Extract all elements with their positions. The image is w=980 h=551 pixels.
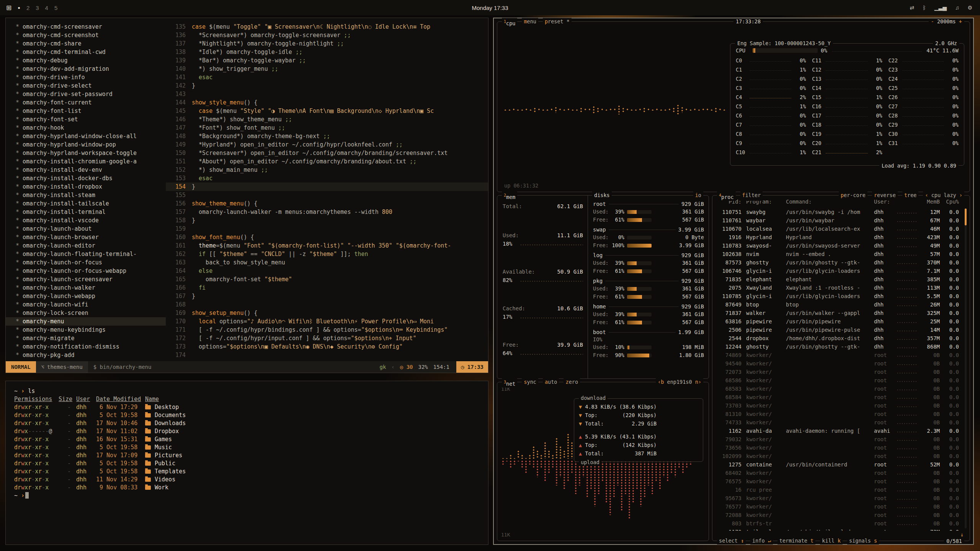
process-row[interactable]: 71835elephantelephantdhh385M0.0 (718, 275, 959, 284)
process-row[interactable]: 68583kworker/root0B0.0 (718, 385, 959, 393)
menu-button[interactable]: menu (522, 18, 538, 27)
sync-button[interactable]: sync (522, 378, 538, 388)
explorer-item[interactable]: *omarchy-launch-editor (6, 241, 166, 250)
process-row[interactable]: 71837walker/usr/bin/walker --gappldhh325… (718, 309, 959, 317)
proc-footer-button[interactable]: select ↕ (717, 537, 746, 544)
process-row[interactable]: 81310kworker/root0B0.0 (718, 410, 959, 418)
process-row[interactable]: 95673kworker/root0B0.0 (718, 494, 959, 502)
explorer-item[interactable]: *omarchy-menu-keybindings (6, 326, 166, 334)
explorer-item[interactable]: *omarchy-drive-select (6, 82, 166, 90)
explorer-item[interactable]: *omarchy-drive-info (6, 73, 166, 82)
proc-scrollbar[interactable] (965, 209, 967, 528)
explorer-item[interactable]: *omarchy-install-chromium-google-a (6, 157, 166, 166)
explorer-item[interactable]: *omarchy-launch-wifi (6, 300, 166, 309)
file-row[interactable]: drwx------@-dhh17 Nov 11:02Dropbox (14, 427, 480, 435)
proc-footer-button[interactable]: signals s (847, 537, 879, 544)
process-row[interactable]: 2506pipewire/usr/bin/pipewire-pulsedhh14… (718, 326, 959, 334)
process-row[interactable]: 73703kworker/root0B0.0 (718, 401, 959, 410)
explorer-item[interactable]: *omarchy-install-dev-env (6, 166, 166, 174)
file-row[interactable]: drwxr-xr-x-dhh 6 Nov 17:29Desktop (14, 403, 480, 411)
interval-control[interactable]: - 2000ms + (929, 18, 964, 24)
explorer-item[interactable]: *omarchy-install-steam (6, 191, 166, 199)
explorer-item[interactable]: *omarchy-lock-screen (6, 309, 166, 317)
prompt-line[interactable]: ~ › (14, 492, 480, 500)
process-row[interactable]: 74869kworker/root0B0.0 (718, 351, 959, 359)
file-row[interactable]: drwxr-xr-x-dhh11 Nov 14:29Videos (14, 476, 480, 484)
explorer-item[interactable]: *omarchy-migrate (6, 334, 166, 342)
file-row[interactable]: drwxr-xr-x-dhh 5 Oct 19:58Templates (14, 468, 480, 476)
explorer-item[interactable]: *omarchy-font-list (6, 107, 166, 115)
explorer-item[interactable]: *omarchy-cmd-terminal-cwd (6, 48, 166, 56)
process-row[interactable]: 1162avahi-daavahi-daemon: running [avahi… (718, 427, 959, 435)
process-row[interactable]: 79032kworker/root0B0.0 (718, 435, 959, 443)
explorer-item[interactable]: *omarchy-font-current (6, 98, 166, 107)
explorer-item[interactable]: *omarchy-launch-webapp (6, 292, 166, 300)
file-row[interactable]: drwxr-xr-x-dhh 5 Oct 19:58Documents (14, 411, 480, 419)
explorer-item[interactable]: *omarchy-launch-walker (6, 284, 166, 292)
file-row[interactable]: drwxr-xr-x-dhh17 Nov 17:09Pictures (14, 452, 480, 460)
bluetooth-icon[interactable]: ᛒ (923, 5, 926, 11)
explorer-item[interactable]: *omarchy-launch-about (6, 225, 166, 233)
explorer-item[interactable]: *omarchy-cmd-screenshot (6, 31, 166, 39)
process-row[interactable]: 12244ghostty/usr/bin/ghostty --gtk-dhh86… (718, 342, 959, 351)
git-branch[interactable]: ⌥themes-menu (36, 361, 88, 373)
io-mode-button[interactable]: io (693, 192, 703, 199)
explorer-item[interactable]: *omarchy-drive-set-password (6, 90, 166, 98)
tree-button[interactable]: tree (902, 192, 919, 199)
explorer-item[interactable]: *omarchy-dev-add-migration (6, 65, 166, 73)
process-row[interactable]: 76575kworker/root0B0.0 (718, 477, 959, 486)
process-row[interactable]: 76577kworker/root0B0.0 (718, 502, 959, 511)
file-row[interactable]: drwxr-xr-x-dhh 9 Nov 08:33Work (14, 484, 480, 492)
file-row[interactable]: drwxr-xr-x-dhh 5 Oct 19:58Public (14, 460, 480, 468)
reverse-button[interactable]: reverse (872, 192, 898, 199)
explorer-item[interactable]: *omarchy-debug (6, 56, 166, 65)
explorer-item[interactable]: *omarchy-pkg-add (6, 351, 166, 359)
file-row[interactable]: drwxr-xr-x-dhh16 Nov 15:31Games (14, 435, 480, 443)
process-row[interactable]: 1916HyprlandHyprlanddhh423M0.0 (718, 233, 959, 241)
process-row[interactable]: 1275containe/usr/bin/containerdroot52M0.… (718, 460, 959, 469)
explorer-item[interactable]: *omarchy-cmd-share (6, 39, 166, 48)
process-row[interactable]: 72088kworker/root0B0.0 (718, 511, 959, 519)
process-row[interactable]: 102099kworker/root0B0.0 (718, 452, 959, 460)
process-row[interactable]: 16rcu_preeroot0B0.0 (718, 486, 959, 494)
workspace-4[interactable]: 4 (45, 5, 48, 11)
explorer-item[interactable]: *omarchy-hyprland-workspace-toggle (6, 149, 166, 157)
settings-icon[interactable]: ⚙ (967, 5, 972, 11)
process-row[interactable]: 72073kworker/root0B0.0 (718, 368, 959, 376)
explorer-item[interactable]: *omarchy-hyprland-window-close-all (6, 132, 166, 140)
explorer-item[interactable]: *omarchy-install-docker-dbs (6, 174, 166, 183)
process-row[interactable]: 2544dropbox/home/dhh/.dropbox-distdhh357… (718, 334, 959, 342)
stats-icon[interactable]: ▁▃▅ (934, 5, 947, 11)
explorer-item[interactable]: *omarchy-launch-screensaver (6, 275, 166, 284)
clock[interactable]: Monday 17:33 (472, 5, 508, 11)
per-core-button[interactable]: per-core (839, 192, 867, 199)
process-row[interactable]: 102638nvimnvim --embed .dhh57M0.0 (718, 250, 959, 258)
scroll-down-icon[interactable]: ↓ (960, 531, 964, 538)
explorer-item[interactable]: *omarchy-install-terminal (6, 208, 166, 216)
proc-panel-title[interactable]: 4proc (717, 192, 736, 201)
process-row[interactable]: 803btrfs-trroot0B0.0 (718, 519, 959, 528)
process-row[interactable]: 2075XwaylandXwayland :1 -rootless -dhh11… (718, 284, 959, 292)
workspace-2[interactable]: 2 (26, 5, 29, 11)
process-row[interactable]: 110761waybar/usr/bin/waybardhh67M0.0 (718, 216, 959, 225)
process-row[interactable]: 63816pipewire/usr/bin/pipewiredhh25M0.0 (718, 317, 959, 326)
process-row[interactable]: 87573ghostty/usr/bin/ghostty --gtk-dhh37… (718, 258, 959, 267)
explorer-item[interactable]: *omarchy-launch-or-focus (6, 258, 166, 267)
mem-panel-title[interactable]: 2mem (502, 192, 517, 201)
sort-selector[interactable]: ‹ cpu lazy › (923, 192, 964, 199)
workspace-5[interactable]: 5 (54, 5, 57, 11)
preset-button[interactable]: preset * (543, 18, 572, 27)
explorer-item[interactable]: *omarchy-menu (6, 317, 166, 326)
process-row[interactable]: 74733kworker/root0B0.0 (718, 418, 959, 427)
proc-footer-button[interactable]: kill k (820, 537, 843, 544)
code-editor[interactable]: 135case $(menu "Toggle" "▣ Screensaver\n… (166, 18, 488, 361)
proc-footer-button[interactable]: terminate t (777, 537, 815, 544)
process-row[interactable]: 68586kworker/root0B0.0 (718, 376, 959, 385)
explorer-item[interactable]: *omarchy-hyprland-window-pop (6, 140, 166, 149)
process-row[interactable]: 106746glycin-i/usr/lib/glycin-loadersdhh… (718, 267, 959, 275)
file-row[interactable]: drwxr-xr-x-dhh 5 Oct 19:58Music (14, 443, 480, 452)
process-row[interactable]: 110751swaybg/usr/bin/swaybg -i /homdhh12… (718, 208, 959, 216)
volume-icon[interactable]: ♫ (955, 5, 959, 11)
workspace-1[interactable]: ● (18, 5, 20, 10)
process-row[interactable]: 110785glycin-i/usr/lib/glycin-loadersdhh… (718, 292, 959, 300)
